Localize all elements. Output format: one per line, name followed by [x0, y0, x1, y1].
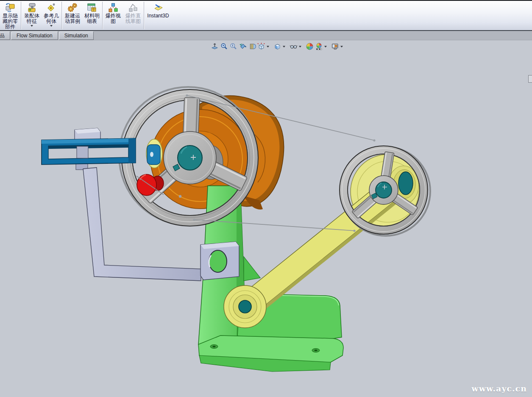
assembly-toolbar: 显示隐 藏的零 部件 装配体 特征 参考几 何体 新: [0, 0, 532, 31]
task-pane-tab[interactable]: [528, 75, 532, 83]
reference-geometry-button[interactable]: 参考几 何体: [42, 1, 61, 30]
tab-simulation[interactable]: Simulation: [59, 31, 94, 40]
button-label: Instant3D: [147, 13, 169, 19]
section-view-icon[interactable]: [248, 42, 256, 50]
button-label: 动算例: [65, 19, 80, 24]
dropdown-arrow-icon[interactable]: [50, 25, 53, 27]
show-hidden-components-button[interactable]: 显示隐 藏的零 部件: [0, 1, 20, 30]
instant3d-icon: [153, 2, 164, 13]
watermark: www.ayc.cn: [471, 384, 527, 393]
assembly-features-icon: [26, 2, 37, 13]
tab-office-products[interactable]: 产品: [0, 31, 10, 40]
reference-geometry-icon: [46, 2, 57, 13]
dropdown-arrow-icon[interactable]: [31, 25, 33, 27]
assembly-features-button[interactable]: 装配体 特征: [22, 1, 42, 30]
slider-in-slot: [77, 146, 88, 158]
small-pulley-hub[interactable]: [376, 182, 392, 198]
bill-of-materials-icon: [86, 2, 97, 13]
commandmanager-tabstrip: 产品 Flow Simulation Simulation: [0, 31, 532, 40]
explode-line-sketch-icon: [128, 2, 139, 13]
zoom-in-out-icon[interactable]: [229, 42, 237, 50]
slotted-link[interactable]: [42, 138, 136, 165]
slider-arm-hole: [209, 250, 227, 272]
apply-scene-icon[interactable]: [315, 42, 323, 50]
button-label: 细表: [87, 19, 97, 24]
display-style-icon[interactable]: [273, 42, 281, 50]
instant3d-button[interactable]: Instant3D: [145, 1, 171, 30]
dropdown-arrow-icon[interactable]: [267, 46, 269, 48]
graphics-viewport[interactable]: www.ayc.cn: [0, 40, 532, 397]
toolbar-separator: [102, 2, 103, 29]
axle-bushing[interactable]: [146, 139, 162, 168]
button-label: 图: [111, 19, 116, 24]
headsup-view-toolbar: [211, 42, 343, 51]
tab-flow-simulation[interactable]: Flow Simulation: [11, 31, 58, 40]
explode-line-sketch-button: 爆炸直 线草图: [123, 1, 143, 30]
previous-view-icon[interactable]: [239, 42, 247, 50]
viewport-3d-scene[interactable]: [0, 40, 532, 397]
button-label: 何体: [46, 19, 56, 24]
dropdown-arrow-icon[interactable]: [299, 46, 301, 48]
bill-of-materials-button[interactable]: 材料明 细表: [82, 1, 102, 30]
vertex-marker: [179, 195, 181, 198]
pivot-pin[interactable]: [239, 300, 251, 313]
button-label: 部件: [5, 24, 15, 30]
tab-label: 产品: [0, 33, 5, 39]
large-pulley-hub[interactable]: [178, 145, 202, 170]
view-orientation-icon[interactable]: [257, 42, 265, 50]
exploded-view-icon: [108, 2, 119, 13]
solidworks-window: { "toolbar": { "buttons": [ {"label": "显…: [0, 0, 532, 397]
toolbar-separator: [144, 2, 145, 29]
tab-label: Flow Simulation: [17, 33, 53, 39]
dropdown-arrow-icon[interactable]: [324, 46, 327, 48]
zoom-to-fit-icon[interactable]: [211, 42, 219, 50]
button-label: 线草图: [125, 19, 141, 24]
toolbar-separator: [21, 2, 22, 29]
new-motion-study-button[interactable]: 新建运 动算例: [63, 1, 82, 30]
exploded-view-button[interactable]: 爆炸视 图: [103, 1, 123, 30]
show-hidden-components-icon: [5, 2, 16, 13]
view-settings-icon[interactable]: [331, 42, 339, 50]
edit-appearance-icon[interactable]: [306, 42, 314, 50]
new-motion-study-icon: [67, 2, 78, 13]
toolbar-separator: [61, 2, 62, 29]
button-label: 特征: [27, 19, 37, 24]
zoom-to-area-icon[interactable]: [220, 42, 228, 50]
dropdown-arrow-icon[interactable]: [340, 46, 343, 48]
hide-show-items-icon[interactable]: [290, 42, 298, 50]
dropdown-arrow-icon[interactable]: [283, 46, 285, 48]
tab-label: Simulation: [64, 33, 88, 39]
small-pulley-shaft: [398, 172, 413, 195]
